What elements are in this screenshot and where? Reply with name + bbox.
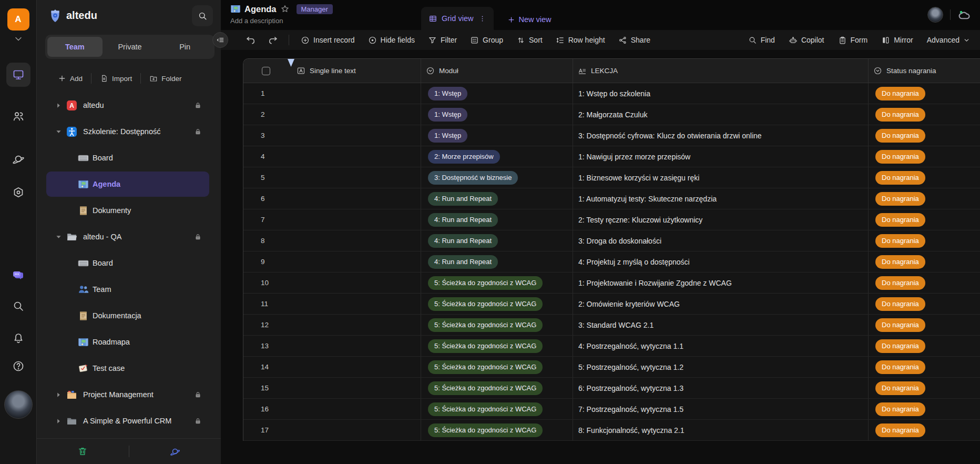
rail-settings-button[interactable] (11, 185, 26, 200)
cell-primary[interactable]: 1 (243, 83, 421, 104)
find-button[interactable]: Find (748, 36, 775, 45)
table-row[interactable]: 84: Run and Repeat3: Droga do doskonałoś… (243, 230, 980, 251)
rail-search-button[interactable] (11, 298, 26, 314)
rail-monitor-button[interactable] (6, 63, 30, 87)
table-row[interactable]: 31: Wstęp3: Dostępność cyfrowa: Klucz do… (243, 125, 980, 146)
cell-lekcja[interactable]: 2: Małgorzata Czuluk (573, 104, 868, 125)
sidebar-item-board[interactable]: Board (37, 145, 221, 171)
cell-status[interactable]: Do nagrania (868, 230, 980, 251)
tree-expand-arrow-icon[interactable] (56, 392, 62, 398)
table-row[interactable]: 105: Ścieżka do zgodności z WCAG1: Proje… (243, 273, 980, 294)
sidebar-item-roadmapa[interactable]: Roadmapa (37, 329, 221, 355)
cell-lekcja[interactable]: 2: Omówienie kryteriów WCAG (573, 294, 868, 314)
sort-button[interactable]: Sort (516, 36, 543, 45)
cell-status[interactable]: Do nagrania (868, 294, 980, 314)
cell-modul[interactable]: 5: Ścieżka do zgodności z WCAG (421, 336, 573, 356)
insert-record-button[interactable]: Insert record (301, 36, 355, 45)
advanced-button[interactable]: Advanced (927, 36, 970, 44)
cell-status[interactable]: Do nagrania (868, 104, 980, 125)
sidebar-item-dokumenty[interactable]: Dokumenty (37, 197, 221, 224)
cell-modul[interactable]: 4: Run and Repeat (421, 209, 573, 230)
cell-primary[interactable]: 2 (243, 104, 421, 125)
cell-status[interactable]: Do nagrania (868, 125, 980, 146)
table-row[interactable]: 53: Dostępność w biznesie1: Biznesowe ko… (243, 167, 980, 188)
favorite-star-icon[interactable] (280, 4, 290, 14)
cell-modul[interactable]: 1: Wstęp (421, 104, 573, 125)
mirror-button[interactable]: Mirror (881, 36, 913, 45)
plugins-planet-button[interactable] (129, 446, 221, 457)
cell-primary[interactable]: 9 (243, 251, 421, 272)
tree-expand-arrow-icon[interactable] (56, 129, 62, 135)
cell-status[interactable]: Do nagrania (868, 209, 980, 230)
sidebar-item-dokumentacja[interactable]: Dokumentacja (37, 302, 221, 329)
cell-lekcja[interactable]: 8: Funkcjonalność, wytyczna 2.1 (573, 420, 868, 440)
cell-modul[interactable]: 2: Morze przepisów (421, 146, 573, 167)
cell-primary[interactable]: 12 (243, 315, 421, 335)
rail-users-button[interactable] (11, 108, 26, 124)
cell-lekcja[interactable]: 3: Droga do doskonałości (573, 230, 868, 251)
column-header-single-line-text[interactable]: Single line text (243, 59, 421, 83)
cell-lekcja[interactable]: 7: Postrzegalność, wytyczna 1.5 (573, 399, 868, 419)
table-row[interactable]: 94: Run and Repeat4: Projektuj z myślą o… (243, 251, 980, 273)
cell-status[interactable]: Do nagrania (868, 273, 980, 293)
cell-modul[interactable]: 4: Run and Repeat (421, 251, 573, 272)
cell-lekcja[interactable]: 3: Standard WCAG 2.1 (573, 315, 868, 335)
rail-user-photo[interactable] (4, 390, 33, 419)
collapse-sidebar-button[interactable] (212, 32, 228, 48)
cell-lekcja[interactable]: 2: Testy ręczne: Kluczowi użytkownicy (573, 209, 868, 230)
trash-button[interactable] (37, 446, 129, 457)
sidebar-item-project-management[interactable]: Project Management (37, 381, 221, 408)
user-avatar[interactable] (927, 7, 943, 23)
cell-status[interactable]: Do nagrania (868, 378, 980, 398)
cell-lekcja[interactable]: 6: Postrzegalność, wytyczna 1.3 (573, 378, 868, 398)
import-button[interactable]: Import (100, 74, 132, 83)
cell-status[interactable]: Do nagrania (868, 83, 980, 104)
table-row[interactable]: 145: Ścieżka do zgodności z WCAG5: Postr… (243, 357, 980, 378)
sidebar-item-board[interactable]: Board (37, 250, 221, 276)
form-button[interactable]: Form (838, 36, 868, 45)
cell-lekcja[interactable]: 1: Automatyzuj testy: Skuteczne narzędzi… (573, 188, 868, 209)
sidebar-tab-team[interactable]: Team (47, 37, 103, 57)
column-header-status-nagrania[interactable]: Status nagrania (868, 59, 980, 83)
cell-status[interactable]: Do nagrania (868, 420, 980, 440)
cell-lekcja[interactable]: 1: Wstęp do szkolenia (573, 83, 868, 104)
kebab-menu-icon[interactable] (478, 15, 486, 23)
cell-modul[interactable]: 5: Ścieżka do zgodności z WCAG (421, 378, 573, 398)
sidebar-item-test-case[interactable]: Test case (37, 355, 221, 381)
cell-primary[interactable]: 13 (243, 336, 421, 356)
grid-view-tab[interactable]: Grid view (421, 7, 494, 30)
rail-help-button[interactable] (11, 358, 26, 374)
cell-primary[interactable]: 3 (243, 125, 421, 146)
cell-status[interactable]: Do nagrania (868, 399, 980, 419)
sync-cloud-icon[interactable] (957, 8, 972, 22)
column-header-lekcja[interactable]: LEKCJA (573, 59, 868, 83)
cell-primary[interactable]: 15 (243, 378, 421, 398)
rail-bell-button[interactable] (11, 330, 26, 346)
tree-expand-arrow-icon[interactable] (56, 103, 62, 108)
cell-lekcja[interactable]: 4: Postrzegalność, wytyczna 1.1 (573, 336, 868, 356)
cell-modul[interactable]: 5: Ścieżka do zgodności z WCAG (421, 315, 573, 335)
cell-primary[interactable]: 10 (243, 273, 421, 293)
cell-lekcja[interactable]: 4: Projektuj z myślą o dostępności (573, 251, 868, 272)
select-all-checkbox[interactable] (262, 67, 270, 75)
cell-modul[interactable]: 1: Wstęp (421, 83, 573, 104)
sidebar-tab-pin[interactable]: Pin (157, 37, 212, 57)
tree-expand-arrow-icon[interactable] (56, 418, 62, 424)
rail-workspace-avatar[interactable]: A (7, 8, 29, 31)
sidebar-tab-private[interactable]: Private (103, 37, 158, 57)
table-row[interactable]: 125: Ścieżka do zgodności z WCAG3: Stand… (243, 315, 980, 336)
table-row[interactable]: 115: Ścieżka do zgodności z WCAG2: Omówi… (243, 294, 980, 315)
cell-primary[interactable]: 4 (243, 146, 421, 167)
tree-expand-arrow-icon[interactable] (56, 234, 62, 240)
copilot-button[interactable]: Copilot (789, 36, 824, 45)
cell-status[interactable]: Do nagrania (868, 336, 980, 356)
sidebar-item-agenda[interactable]: Agenda (37, 171, 221, 197)
cell-primary[interactable]: 7 (243, 209, 421, 230)
cell-primary[interactable]: 11 (243, 294, 421, 314)
table-row[interactable]: 11: Wstęp1: Wstęp do szkoleniaDo nagrani… (243, 83, 980, 104)
cell-modul[interactable]: 5: Ścieżka do zgodności z WCAG (421, 357, 573, 377)
column-header-moduł[interactable]: Moduł (421, 59, 573, 83)
cell-status[interactable]: Do nagrania (868, 251, 980, 272)
row-height-button[interactable]: Row height (556, 36, 605, 45)
cell-primary[interactable]: 5 (243, 167, 421, 188)
